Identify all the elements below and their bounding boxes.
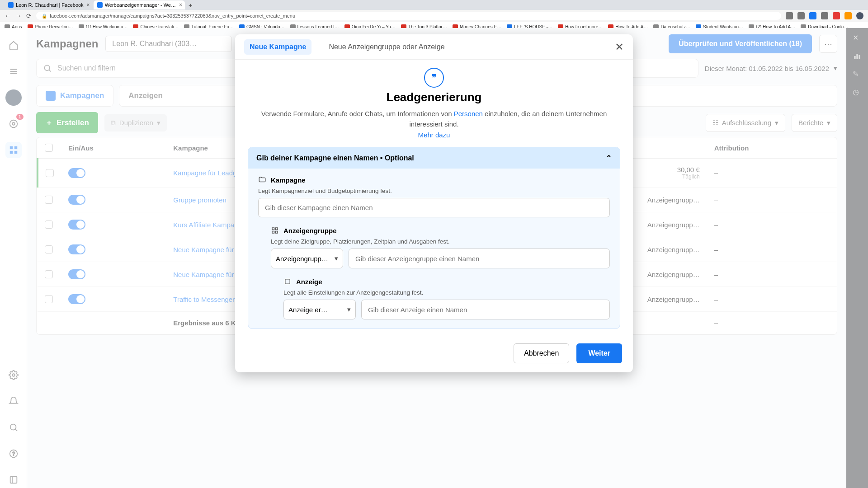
name-campaign-accordion: Gib deiner Kampagne einen Namen • Option… <box>248 147 620 329</box>
extension-icon[interactable] <box>821 12 828 19</box>
folder-icon <box>258 176 266 184</box>
svg-rect-23 <box>272 231 274 234</box>
adset-level-title: Anzeigengruppe <box>283 227 337 235</box>
objective-icon: ❞ <box>424 68 444 88</box>
new-campaign-modal: Neue Kampagne Neue Anzeigengruppe oder A… <box>235 34 633 372</box>
modal-tab-new-adset-ad[interactable]: Neue Anzeigengruppe oder Anzeige <box>323 39 450 55</box>
modal-tab-new-campaign[interactable]: Neue Kampagne <box>244 39 311 55</box>
extension-icon[interactable] <box>786 12 793 19</box>
adset-level-sub: Legt deine Zielgruppe, Platzierungen, Ze… <box>271 238 610 245</box>
chevron-down-icon: ▾ <box>347 305 351 314</box>
cancel-button[interactable]: Abbrechen <box>514 343 569 363</box>
address-bar: ← → ⟳ 🔒facebook.com/adsmanager/manage/ca… <box>0 10 868 22</box>
chevron-down-icon: ▾ <box>335 254 338 263</box>
campaign-name-input[interactable] <box>258 198 610 217</box>
adset-count-select[interactable]: Anzeigengrupp…▾ <box>271 249 343 268</box>
back-icon[interactable]: ← <box>5 12 11 19</box>
objective-title: Leadgenerierung <box>248 90 620 104</box>
objective-description: Verwende Formulare, Anrufe oder Chats, u… <box>248 109 620 129</box>
new-tab-button[interactable]: + <box>189 1 193 9</box>
square-icon <box>283 277 292 286</box>
ad-level-title: Anzeige <box>296 278 322 286</box>
ad-count-select[interactable]: Anzeige er…▾ <box>283 300 356 319</box>
svg-rect-21 <box>272 228 274 230</box>
url-input[interactable]: 🔒facebook.com/adsmanager/manage/campaign… <box>36 12 781 20</box>
svg-rect-25 <box>285 279 290 284</box>
profile-icon[interactable] <box>856 12 863 19</box>
continue-button[interactable]: Weiter <box>576 343 622 363</box>
browser-tab-0[interactable]: Leon R. Chaudhari | Facebook× <box>5 0 93 9</box>
svg-rect-24 <box>276 231 278 234</box>
accordion-header[interactable]: Gib deiner Kampagne einen Namen • Option… <box>248 147 620 169</box>
extension-icons <box>786 12 863 19</box>
browser-chrome: Leon R. Chaudhari | Facebook× Werbeanzei… <box>0 0 868 28</box>
svg-rect-22 <box>276 228 278 230</box>
extension-icon[interactable] <box>809 12 816 19</box>
modal-close-button[interactable]: ✕ <box>615 41 624 53</box>
ad-name-input[interactable] <box>361 300 610 319</box>
grid-icon <box>271 226 279 235</box>
lock-icon: 🔒 <box>42 14 47 19</box>
persons-link[interactable]: Personen <box>454 110 483 117</box>
close-icon[interactable]: × <box>87 2 90 8</box>
extension-icon[interactable] <box>833 12 840 19</box>
extension-icon[interactable] <box>844 12 852 19</box>
reload-icon[interactable]: ⟳ <box>26 12 32 19</box>
adset-name-input[interactable] <box>349 249 610 268</box>
tab-bar: Leon R. Chaudhari | Facebook× Werbeanzei… <box>0 0 868 10</box>
ad-level-sub: Legt alle Einstellungen zur Anzeigengest… <box>283 289 610 296</box>
chevron-up-icon: ⌃ <box>606 154 612 162</box>
extension-icon[interactable] <box>797 12 805 19</box>
campaign-level-title: Kampagne <box>271 176 306 184</box>
forward-icon[interactable]: → <box>15 12 22 19</box>
browser-tab-1[interactable]: Werbeanzeigenmanager - We…× <box>94 0 185 9</box>
learn-more-link[interactable]: Mehr dazu <box>248 131 620 139</box>
campaign-level-sub: Legt Kampagnenziel und Budgetoptimierung… <box>258 188 610 194</box>
close-icon[interactable]: × <box>179 2 182 8</box>
modal-overlay: Neue Kampagne Neue Anzeigengruppe oder A… <box>0 28 868 488</box>
